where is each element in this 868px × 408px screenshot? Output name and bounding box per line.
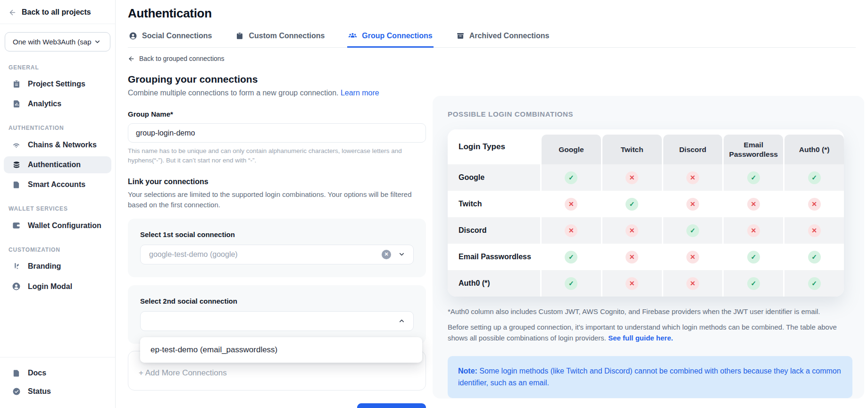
table-cell: ✕ bbox=[602, 244, 662, 270]
tab-label: Custom Connections bbox=[249, 32, 325, 40]
note-box: Note: Some login methods (like Twitch an… bbox=[448, 356, 852, 399]
section-heading: Grouping your connections bbox=[128, 74, 426, 85]
section-label-customization: CUSTOMIZATION bbox=[0, 236, 115, 256]
check-mark-icon: ✓ bbox=[747, 251, 760, 264]
table-row: Email Passwordless ✓ ✕ ✕ ✓ ✓ bbox=[448, 244, 844, 270]
sidebar-item-authentication[interactable]: Authentication bbox=[4, 156, 111, 173]
sidebar-item-project-settings[interactable]: Project Settings bbox=[4, 76, 111, 93]
user-circle-icon bbox=[12, 282, 21, 291]
table-cell: ✕ bbox=[724, 191, 783, 217]
column-header-google: Google bbox=[542, 135, 601, 164]
select2-dropdown: ep-test-demo (email_passwordless) bbox=[140, 337, 422, 363]
group-name-label: Group Name* bbox=[128, 110, 426, 118]
button-row: Create Group bbox=[128, 403, 426, 408]
table-row: Discord ✕ ✕ ✓ ✕ ✕ bbox=[448, 217, 844, 244]
person-circle-icon bbox=[129, 32, 137, 40]
sidebar-item-label: Login Modal bbox=[28, 282, 72, 291]
sidebar-footer: Docs Status bbox=[0, 357, 115, 408]
sidebar-item-status[interactable]: Status bbox=[4, 383, 111, 400]
back-to-projects-link[interactable]: Back to all projects bbox=[0, 0, 115, 24]
check-mark-icon: ✓ bbox=[565, 171, 577, 184]
learn-more-link[interactable]: Learn more bbox=[341, 89, 379, 97]
select2-control[interactable] bbox=[140, 311, 414, 331]
tab-label: Archived Connections bbox=[469, 32, 550, 40]
sidebar-item-analytics[interactable]: Analytics bbox=[4, 95, 111, 112]
section-label-authentication: AUTHENTICATION bbox=[0, 114, 115, 135]
table-cell: ✓ bbox=[542, 164, 601, 191]
chevron-up-icon[interactable] bbox=[398, 317, 405, 324]
check-circle-icon bbox=[12, 387, 21, 396]
chevron-down-icon[interactable] bbox=[398, 251, 405, 258]
cross-mark-icon: ✕ bbox=[686, 277, 699, 290]
sidebar-item-label: Wallet Configuration bbox=[28, 221, 101, 230]
sidebar-item-label: Project Settings bbox=[28, 80, 85, 88]
row-label: Auth0 (*) bbox=[448, 270, 540, 297]
column-header-login-types: Login Types bbox=[448, 129, 540, 164]
app-root: Back to all projects One with Web3Auth (… bbox=[0, 0, 868, 408]
clear-selection-icon[interactable]: ✕ bbox=[382, 250, 391, 259]
table-cell: ✕ bbox=[724, 217, 783, 244]
form-column: Back to grouped connections Grouping you… bbox=[128, 48, 426, 408]
project-select[interactable]: One with Web3Auth (sap bbox=[5, 32, 110, 51]
table-cell: ✕ bbox=[542, 217, 601, 244]
cross-mark-icon: ✕ bbox=[565, 224, 577, 237]
select1-control[interactable]: google-test-demo (google) ✕ bbox=[140, 245, 414, 264]
table-row: Google ✓ ✕ ✕ ✓ ✓ bbox=[448, 164, 844, 191]
table-cell: ✕ bbox=[663, 164, 723, 191]
second-connection-card: Select 2nd social connection ep-test-dem… bbox=[128, 285, 426, 344]
back-to-grouped-connections-link[interactable]: Back to grouped connections bbox=[128, 55, 426, 62]
content-row: Back to grouped connections Grouping you… bbox=[116, 48, 868, 408]
sidebar-item-label: Docs bbox=[28, 369, 46, 377]
tab-social-connections[interactable]: Social Connections bbox=[128, 31, 213, 48]
tab-bar: Social Connections Custom Connections Gr… bbox=[128, 31, 856, 48]
check-mark-icon: ✓ bbox=[747, 277, 760, 290]
column-header-twitch: Twitch bbox=[602, 135, 662, 164]
row-label: Discord bbox=[448, 217, 540, 244]
archive-icon bbox=[456, 32, 465, 40]
tab-label: Group Connections bbox=[362, 32, 432, 40]
check-mark-icon: ✓ bbox=[747, 171, 760, 184]
back-link-label: Back to grouped connections bbox=[139, 55, 225, 62]
sidebar-item-chains-networks[interactable]: Chains & Networks bbox=[4, 136, 111, 153]
cross-mark-icon: ✕ bbox=[808, 224, 821, 237]
table-row: Twitch ✕ ✓ ✕ ✕ ✕ bbox=[448, 191, 844, 217]
row-label: Email Passwordless bbox=[448, 244, 540, 270]
arrow-left-icon bbox=[128, 55, 135, 62]
note-label: Note: bbox=[458, 367, 477, 375]
full-guide-link[interactable]: See full guide here. bbox=[608, 334, 673, 342]
badge-icon bbox=[235, 32, 244, 40]
table-cell: ✓ bbox=[542, 270, 601, 297]
table-cell: ✕ bbox=[602, 217, 662, 244]
cross-mark-icon: ✕ bbox=[747, 224, 760, 237]
cross-mark-icon: ✕ bbox=[686, 198, 699, 211]
tab-custom-connections[interactable]: Custom Connections bbox=[234, 31, 326, 48]
panel-description: Before setting up a grouped connection, … bbox=[448, 322, 852, 344]
sidebar-item-wallet-configuration[interactable]: Wallet Configuration bbox=[4, 217, 111, 234]
sidebar-item-branding[interactable]: Branding bbox=[4, 258, 111, 275]
table-cell: ✕ bbox=[785, 191, 844, 217]
column-header-email-passwordless: Email Passwordless bbox=[724, 135, 783, 164]
project-select-value: One with Web3Auth (sap bbox=[13, 38, 94, 46]
table-cell: ✓ bbox=[724, 164, 783, 191]
tab-group-connections[interactable]: Group Connections bbox=[347, 31, 433, 48]
sidebar-item-docs[interactable]: Docs bbox=[4, 365, 111, 382]
check-mark-icon: ✓ bbox=[565, 251, 577, 264]
tab-archived-connections[interactable]: Archived Connections bbox=[455, 31, 551, 48]
cross-mark-icon: ✕ bbox=[626, 251, 638, 264]
chevron-down-icon bbox=[94, 38, 101, 45]
table-cell: ✓ bbox=[663, 217, 723, 244]
main-header: Authentication Social Connections Custom… bbox=[116, 0, 868, 48]
cross-mark-icon: ✕ bbox=[626, 171, 638, 184]
wifi-icon bbox=[12, 140, 21, 149]
cross-mark-icon: ✕ bbox=[626, 277, 638, 290]
check-mark-icon: ✓ bbox=[808, 277, 821, 290]
table-cell: ✕ bbox=[602, 164, 662, 191]
sidebar: Back to all projects One with Web3Auth (… bbox=[0, 0, 116, 408]
section-subheading: Combine multiple connections to form a n… bbox=[128, 89, 426, 97]
dropdown-option-ep-test-demo[interactable]: ep-test-demo (email_passwordless) bbox=[140, 337, 422, 363]
table-cell: ✓ bbox=[785, 270, 844, 297]
group-name-input[interactable] bbox=[128, 123, 426, 143]
sidebar-item-login-modal[interactable]: Login Modal bbox=[4, 278, 111, 295]
create-group-button[interactable]: Create Group bbox=[357, 403, 426, 408]
sidebar-item-smart-accounts[interactable]: Smart Accounts bbox=[4, 176, 111, 193]
